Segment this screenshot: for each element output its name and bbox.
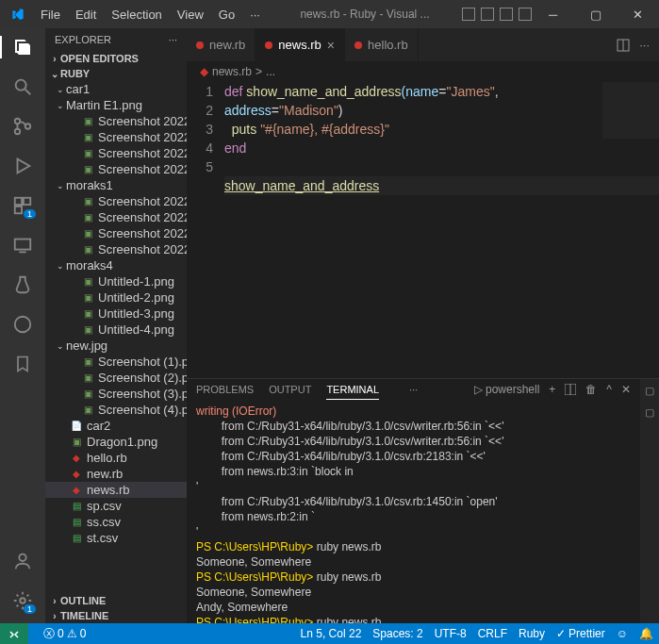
remote-indicator[interactable]: [0, 623, 28, 644]
more-icon[interactable]: ···: [639, 38, 650, 52]
file-item[interactable]: ▣Screenshot 2022-02-...: [45, 145, 187, 161]
code-content[interactable]: def show_name_and_address(name="James", …: [224, 82, 659, 378]
account-icon[interactable]: [11, 550, 34, 572]
editor-tab[interactable]: hello.rb: [345, 28, 419, 61]
menu-selection[interactable]: Selection: [104, 8, 169, 22]
folder-item[interactable]: ⌄new.jpg: [45, 338, 187, 354]
prettier-status[interactable]: ✓ Prettier: [551, 627, 611, 640]
timeline-section[interactable]: ›TIMELINE: [45, 608, 187, 623]
file-item[interactable]: ▤st.csv: [45, 530, 187, 546]
file-item[interactable]: ▣Screenshot (2).png: [45, 370, 187, 386]
language-mode[interactable]: Ruby: [513, 627, 551, 640]
file-item[interactable]: ▣Screenshot 2022-02-...: [45, 161, 187, 177]
menu-go[interactable]: Go: [211, 8, 242, 22]
shell-selector[interactable]: ▷ powershell: [474, 383, 540, 396]
file-item[interactable]: ▣Screenshot 2022-02-...: [45, 129, 187, 145]
settings-icon[interactable]: 1: [11, 589, 34, 612]
cursor-position[interactable]: Ln 5, Col 22: [295, 627, 368, 640]
terminal-side-icon[interactable]: ▢: [645, 385, 654, 397]
split-terminal-icon[interactable]: [565, 384, 576, 395]
errors-warnings[interactable]: ⓧ0 ⚠0: [38, 626, 91, 642]
editor-tab[interactable]: new.rb: [187, 28, 255, 61]
file-item[interactable]: ▣Screenshot (1).png: [45, 354, 187, 370]
file-item[interactable]: 📄car2: [45, 418, 187, 434]
svg-rect-5: [15, 198, 22, 205]
extensions-icon[interactable]: 1: [11, 194, 34, 217]
bookmark-icon[interactable]: [11, 353, 34, 375]
file-item[interactable]: ▣Untitled-4.png: [45, 322, 187, 338]
file-item[interactable]: ▣Screenshot 2022-01-...: [45, 113, 187, 129]
file-item[interactable]: ▣Screenshot 2022-01-...: [45, 193, 187, 209]
layout-controls[interactable]: [462, 8, 532, 21]
layout-icon[interactable]: [481, 8, 494, 21]
file-item[interactable]: ▣Untitled-1.png: [45, 273, 187, 289]
file-item[interactable]: ▣Screenshot (4).png: [45, 402, 187, 418]
maximize-button[interactable]: ▢: [574, 0, 617, 28]
code-editor[interactable]: 12345 def show_name_and_address(name="Ja…: [187, 82, 659, 378]
encoding[interactable]: UTF-8: [429, 627, 472, 640]
close-tab-icon[interactable]: ×: [327, 38, 335, 53]
file-item[interactable]: ▤sp.csv: [45, 498, 187, 514]
open-editors-section[interactable]: ›OPEN EDITORS: [45, 51, 187, 66]
github-icon[interactable]: [11, 313, 34, 336]
notifications-icon[interactable]: 🔔: [634, 627, 659, 640]
breadcrumb[interactable]: ◆ news.rb > ...: [187, 61, 659, 82]
folder-item[interactable]: ⌄Martin E1.png: [45, 97, 187, 113]
menu-view[interactable]: View: [170, 8, 211, 22]
folder-item[interactable]: ⌄moraks1: [45, 177, 187, 193]
file-item[interactable]: ▣Dragon1.png: [45, 434, 187, 450]
file-item[interactable]: ▣Screenshot 2022-02-...: [45, 225, 187, 241]
file-item[interactable]: ▣Screenshot (3).png: [45, 386, 187, 402]
explorer-icon[interactable]: [11, 36, 34, 58]
vscode-logo-icon: [0, 7, 33, 22]
indentation[interactable]: Spaces: 2: [367, 627, 428, 640]
run-debug-icon[interactable]: [11, 155, 34, 177]
feedback-icon[interactable]: ☺: [611, 627, 634, 640]
file-item[interactable]: ▣Screenshot 2022-02-...: [45, 241, 187, 257]
new-terminal-icon[interactable]: +: [549, 383, 555, 396]
svg-point-11: [19, 554, 25, 561]
remote-icon[interactable]: [11, 234, 34, 256]
folder-item[interactable]: ⌄moraks4: [45, 257, 187, 273]
layout-icon[interactable]: [462, 8, 475, 21]
outline-section[interactable]: ›OUTLINE: [45, 593, 187, 608]
maximize-panel-icon[interactable]: ^: [606, 383, 612, 396]
file-item[interactable]: ◆new.rb: [45, 466, 187, 482]
editor-tab[interactable]: news.rb×: [255, 28, 345, 61]
file-item[interactable]: ◆news.rb: [45, 482, 187, 498]
file-item[interactable]: ▣Screenshot 2022-01-...: [45, 209, 187, 225]
split-editor-icon[interactable]: [617, 39, 630, 52]
terminal-output[interactable]: writing (IOError) from C:/Ruby31-x64/lib…: [187, 400, 640, 623]
source-control-icon[interactable]: [11, 115, 34, 138]
more-icon[interactable]: ···: [409, 384, 418, 395]
close-panel-icon[interactable]: ✕: [621, 383, 631, 396]
svg-point-2: [15, 119, 21, 124]
close-button[interactable]: ✕: [617, 0, 659, 28]
panel-tab-problems[interactable]: PROBLEMS: [196, 380, 254, 399]
minimize-button[interactable]: ─: [532, 0, 574, 28]
panel-tab-output[interactable]: OUTPUT: [269, 380, 311, 399]
menu-···[interactable]: ···: [242, 8, 268, 22]
file-item[interactable]: ▣Untitled-3.png: [45, 305, 187, 322]
kill-terminal-icon[interactable]: 🗑: [585, 383, 597, 396]
file-item[interactable]: ▣Untitled-2.png: [45, 289, 187, 305]
file-item[interactable]: ▤ss.csv: [45, 514, 187, 530]
file-item[interactable]: ◆hello.rb: [45, 450, 187, 466]
workspace-section[interactable]: ⌄RUBY: [45, 66, 187, 81]
editor-tabs: new.rbnews.rb×hello.rb ···: [187, 28, 659, 61]
eol[interactable]: CRLF: [472, 627, 513, 640]
panel: PROBLEMSOUTPUTTERMINAL ··· ▷ powershell …: [187, 378, 659, 623]
folder-item[interactable]: ⌄car1: [45, 81, 187, 97]
testing-icon[interactable]: [11, 273, 34, 296]
search-icon[interactable]: [11, 75, 34, 98]
menu-bar: FileEditSelectionViewGo···: [33, 8, 268, 22]
panel-tab-terminal[interactable]: TERMINAL: [326, 380, 379, 400]
layout-icon[interactable]: [519, 8, 532, 21]
minimap[interactable]: [602, 82, 659, 139]
more-icon[interactable]: ···: [169, 34, 177, 45]
menu-edit[interactable]: Edit: [68, 8, 104, 22]
terminal-side-icon[interactable]: ▢: [645, 406, 654, 419]
layout-icon[interactable]: [500, 8, 513, 21]
menu-file[interactable]: File: [33, 8, 68, 22]
editor-area: new.rbnews.rb×hello.rb ··· ◆ news.rb > .…: [187, 28, 659, 623]
